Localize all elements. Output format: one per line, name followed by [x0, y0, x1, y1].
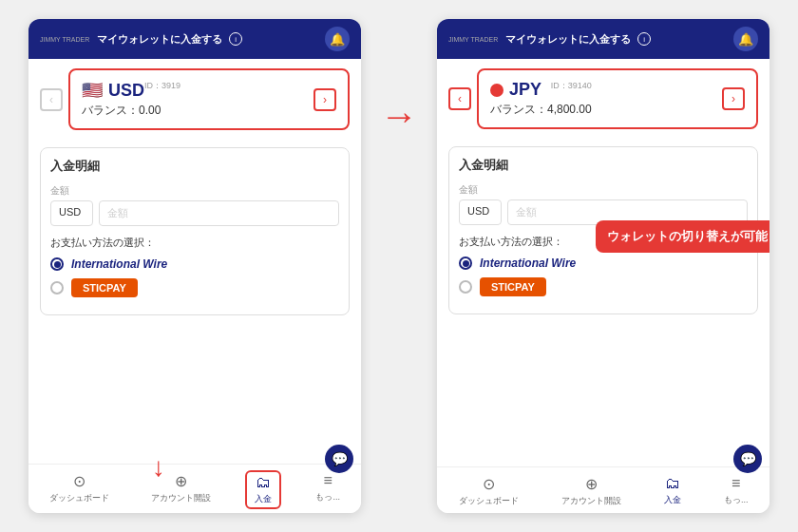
currency-name-left: USD — [108, 81, 144, 101]
wire-label-left: International Wire — [71, 257, 167, 271]
deposit-title-left: 入金明細 — [50, 158, 339, 175]
more-icon-left: ≡ — [323, 472, 332, 489]
deposit-title-right: 入金明細 — [459, 157, 748, 174]
wallet-card-left: 🇺🇸 USD ID：3919 バランス：0.00 › — [68, 68, 350, 130]
wallet-section-left: ‹ 🇺🇸 USD ID：3919 バランス：0.00 › — [28, 59, 361, 140]
right-arrow-icon: → — [380, 95, 418, 138]
header-left: JIMMY TRADER マイウォレットに入金する i 🔔 — [28, 19, 361, 59]
chat-button-left[interactable]: 💬 — [325, 445, 353, 473]
sticpay-button-left[interactable]: STICPAY — [71, 278, 138, 297]
payment-label-left: お支払い方法の選択： — [50, 236, 339, 250]
nav-dashboard-right[interactable]: ⊙ ダッシュボード — [451, 473, 526, 509]
account-label-right: アカウント開設 — [561, 495, 621, 507]
payment-option-wire-right[interactable]: International Wire — [459, 256, 748, 270]
currency-dot-right — [490, 84, 504, 97]
radio-wire-right[interactable] — [459, 256, 472, 270]
nav-more-right[interactable]: ≡ もっ... — [716, 473, 756, 509]
amount-label-left: 金額 — [50, 184, 339, 198]
nav-more-left[interactable]: ≡ もっ... — [308, 470, 348, 509]
info-icon-right[interactable]: i — [637, 32, 651, 46]
header-left-content: JIMMY TRADER マイウォレットに入金する i — [40, 32, 242, 47]
down-arrow-left: ↓ — [152, 452, 165, 483]
deposit-label-right: 入金 — [664, 494, 681, 506]
more-label-right: もっ... — [724, 494, 749, 506]
deposit-icon-left: 🗂 — [256, 474, 271, 491]
currency-row-right: JPY — [490, 80, 542, 100]
header-title-left: マイウォレットに入金する — [97, 32, 222, 47]
bottom-nav-left: ⊙ ダッシュボード ⊕ アカウント開設 🗂 入金 ≡ もっ... 💬 — [28, 464, 361, 513]
wallet-next-left[interactable]: › — [314, 88, 336, 111]
dashboard-label-left: ダッシュボード — [49, 492, 109, 504]
radio-inner-wire-left — [54, 261, 61, 268]
form-row-left: USD 金額 — [50, 200, 339, 226]
currency-input-right[interactable]: USD — [459, 200, 502, 225]
amount-input-left[interactable]: 金額 — [99, 200, 339, 226]
currency-row-left: 🇺🇸 USD — [82, 80, 144, 101]
info-icon-left[interactable]: i — [229, 32, 242, 46]
account-label-left: アカウント開設 — [151, 492, 211, 504]
main-container: JIMMY TRADER マイウォレットに入金する i 🔔 ‹ 🇺🇸 USD — [0, 0, 798, 532]
dashboard-icon-right: ⊙ — [483, 475, 495, 493]
wallet-balance-left: バランス：0.00 — [82, 103, 180, 119]
logo-left: JIMMY TRADER — [40, 36, 89, 43]
radio-inner-wire-right — [463, 260, 469, 267]
currency-name-right: JPY — [509, 80, 542, 100]
dashboard-icon-left: ⊙ — [73, 472, 86, 490]
down-arrow-area: ↓ — [28, 454, 361, 464]
payment-option-sticpay-right[interactable]: STICPAY — [459, 277, 748, 296]
nav-deposit-left[interactable]: 🗂 入金 — [245, 470, 281, 509]
arrow-connector: → — [380, 19, 418, 513]
wallet-section-right: ‹ JPY ID：39140 バランス：4,800.00 › — [437, 59, 770, 139]
wallet-id-left: ID：3919 — [144, 80, 180, 92]
deposit-box-left: 入金明細 金額 USD 金額 お支払い方法の選択： International … — [40, 147, 350, 315]
wallet-balance-right: バランス：4,800.00 — [490, 102, 592, 118]
account-icon-left: ⊕ — [175, 472, 187, 490]
wallet-next-right[interactable]: › — [722, 87, 745, 110]
chat-button-right[interactable]: 💬 — [733, 445, 762, 473]
payment-option-sticpay-left[interactable]: STICPAY — [50, 278, 339, 297]
header-right-content: JIMMY TRADER マイウォレットに入金する i — [448, 32, 651, 47]
wire-label-right: International Wire — [480, 256, 576, 270]
nav-dashboard-left[interactable]: ⊙ ダッシュボード — [42, 470, 117, 509]
currency-input-left[interactable]: USD — [50, 200, 93, 226]
logo-right: JIMMY TRADER — [448, 36, 498, 43]
more-label-left: もっ... — [315, 491, 340, 504]
dashboard-label-right: ダッシュボード — [459, 495, 519, 507]
wallet-card-right: JPY ID：39140 バランス：4,800.00 › — [477, 68, 758, 129]
wallet-info-left: 🇺🇸 USD ID：3919 バランス：0.00 — [82, 80, 180, 119]
sticpay-button-right[interactable]: STICPAY — [480, 277, 546, 296]
deposit-section-left: 入金明細 金額 USD 金額 お支払い方法の選択： International … — [28, 140, 361, 454]
nav-account-right[interactable]: ⊕ アカウント開設 — [554, 473, 629, 509]
wallet-switch-tooltip: ウォレットの切り替えが可能 — [596, 220, 770, 253]
bottom-nav-right: ⊙ ダッシュボード ⊕ アカウント開設 🗂 入金 ≡ もっ... 💬 — [437, 466, 770, 513]
bell-icon-right[interactable]: 🔔 — [733, 27, 758, 51]
wallet-id-right: ID：39140 — [551, 80, 592, 92]
radio-sticpay-left[interactable] — [50, 281, 64, 294]
nav-deposit-right[interactable]: 🗂 入金 — [656, 473, 689, 509]
wallet-prev-left[interactable]: ‹ — [40, 88, 63, 111]
amount-label-right: 金額 — [459, 183, 748, 197]
account-icon-right: ⊕ — [585, 475, 598, 493]
phone-panel-right: JIMMY TRADER マイウォレットに入金する i 🔔 ‹ JPY — [437, 19, 770, 513]
deposit-icon-right: 🗂 — [665, 475, 680, 492]
wallet-info-right: JPY ID：39140 バランス：4,800.00 — [490, 80, 592, 118]
header-right: JIMMY TRADER マイウォレットに入金する i 🔔 — [437, 19, 770, 59]
payment-option-wire-left[interactable]: International Wire — [50, 257, 339, 271]
deposit-section-right: 入金明細 金額 USD 金額 お支払い方法の選択： International … — [437, 139, 770, 466]
deposit-label-left: 入金 — [255, 493, 272, 505]
wallet-prev-right[interactable]: ‹ — [448, 87, 471, 110]
radio-wire-left[interactable] — [50, 257, 64, 271]
bell-icon-left[interactable]: 🔔 — [325, 27, 350, 51]
header-title-right: マイウォレットに入金する — [505, 32, 631, 47]
more-icon-right: ≡ — [732, 475, 740, 492]
radio-sticpay-right[interactable] — [459, 280, 472, 294]
phone-panel-left: JIMMY TRADER マイウォレットに入金する i 🔔 ‹ 🇺🇸 USD — [28, 19, 361, 513]
flag-left: 🇺🇸 — [82, 80, 103, 101]
